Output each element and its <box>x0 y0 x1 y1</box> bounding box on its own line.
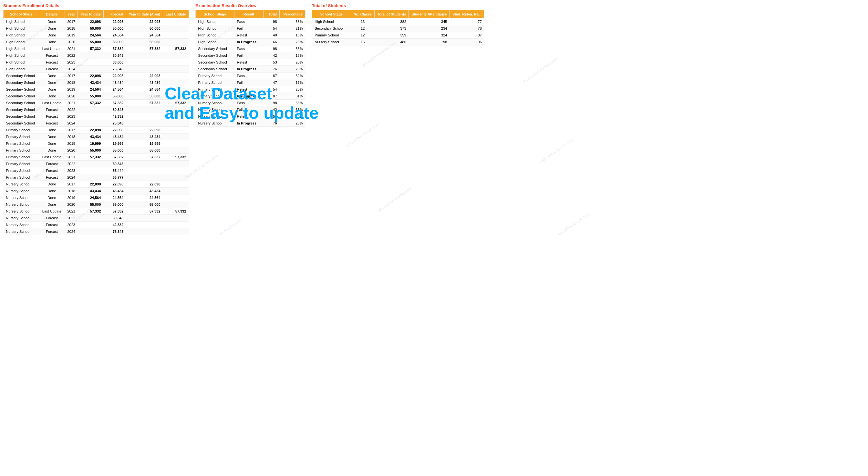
enrollment-cell: 43,434 <box>103 188 126 195</box>
exam-row: High SchoolRetest4016% <box>196 32 306 39</box>
enrollment-cell: 24,564 <box>103 32 126 39</box>
exam-cell: In Progress <box>235 39 264 45</box>
enrollment-row: Secondary SchoolDone201722,09822,09822,0… <box>4 73 189 79</box>
exam-cell: Pass <box>235 100 264 106</box>
exam-cell: Primary School <box>196 93 235 100</box>
totals-cell: 345 <box>409 19 450 25</box>
enrollment-row: Primary SchoolDone201919,99919,99919,999 <box>4 140 189 147</box>
enrollment-row: Secondary SchoolForcast202475,343 <box>4 120 189 127</box>
enrollment-cell <box>78 106 103 113</box>
exam-cell: 16% <box>280 106 306 113</box>
enrollment-cell: Forcast <box>39 222 65 228</box>
enrollment-cell <box>163 147 189 154</box>
enrollment-cell <box>163 174 189 181</box>
enrollment-cell: 2017 <box>65 127 78 134</box>
enrollment-cell: Done <box>39 195 65 201</box>
enrollment-cell: Last Update <box>39 154 65 161</box>
enrollment-cell: Nursery School <box>4 181 39 188</box>
enrollment-cell: Primary School <box>4 147 39 154</box>
enrollment-row: Nursery SchoolLast Update202157,33257,33… <box>4 208 189 215</box>
enrollment-row: Secondary SchoolDone201843,43443,43443,4… <box>4 79 189 86</box>
enrollment-cell: 2017 <box>65 19 78 25</box>
exam-cell: 16% <box>280 52 306 59</box>
enrollment-cell: 22,098 <box>103 127 126 134</box>
enrollment-cell: 2021 <box>65 154 78 161</box>
exam-cell: Nursery School <box>196 100 235 106</box>
enrollment-row: Primary SchoolDone201722,09822,09822,098 <box>4 127 189 134</box>
exam-row: Nursery SchoolRetest5420% <box>196 113 306 120</box>
totals-header-total-students: Total of Students <box>375 10 409 19</box>
enrollment-row: Secondary SchoolLast Update202157,33257,… <box>4 100 189 106</box>
enrollment-cell <box>126 174 163 181</box>
examination-title: Examination Results Overview <box>195 3 306 8</box>
enrollment-cell: 19,999 <box>126 140 163 147</box>
enrollment-cell: 75,343 <box>103 120 126 127</box>
enrollment-section: Students Enrollment Details School Stage… <box>3 3 189 235</box>
exam-cell: Pass <box>235 73 264 79</box>
enrollment-cell: 75,343 <box>103 66 126 73</box>
totals-cell: Secondary School <box>312 25 351 32</box>
enrollment-cell <box>78 120 103 127</box>
exam-row: High SchoolPass9838% <box>196 19 306 25</box>
enrollment-cell: 57,332 <box>103 100 126 106</box>
enrollment-cell <box>163 52 189 59</box>
enrollment-cell: 57,332 <box>103 45 126 52</box>
enrollment-cell: 57,332 <box>103 208 126 215</box>
enrollment-cell: Done <box>39 19 65 25</box>
exam-cell: 20% <box>280 113 306 120</box>
enrollment-cell <box>163 32 189 39</box>
totals-cell: 373 <box>375 25 409 32</box>
exam-cell: Secondary School <box>196 59 235 66</box>
enrollment-cell: 57,332 <box>126 208 163 215</box>
exam-cell: Nursery School <box>196 106 235 113</box>
exam-cell: Retest <box>235 59 264 66</box>
enrollment-cell <box>78 113 103 120</box>
enrollment-row: Primary SchoolForcast202355,444 <box>4 167 189 174</box>
enrollment-cell: Nursery School <box>4 201 39 208</box>
exam-cell: Fail <box>235 25 264 32</box>
exam-row: Primary SchoolIn Progress8731% <box>196 93 306 100</box>
enrollment-cell <box>163 188 189 195</box>
enrollment-cell: 22,098 <box>78 19 103 25</box>
exam-cell: 38% <box>280 19 306 25</box>
enrollment-row: High SchoolForcast202333,000 <box>4 59 189 66</box>
enrollment-cell: Secondary School <box>4 79 39 86</box>
enrollment-cell: 2021 <box>65 45 78 52</box>
enrollment-cell: Done <box>39 188 65 195</box>
exam-cell: Retest <box>235 32 264 39</box>
enrollment-cell <box>163 215 189 222</box>
enrollment-cell: 24,564 <box>103 86 126 93</box>
enrollment-cell: Forcast <box>39 120 65 127</box>
exam-cell: 76 <box>264 66 280 73</box>
enrollment-cell: High School <box>4 45 39 52</box>
enrollment-cell: 2023 <box>65 167 78 174</box>
totals-cell: 486 <box>375 39 409 45</box>
enrollment-row: High SchoolLast Update202157,33257,33257… <box>4 45 189 52</box>
enrollment-cell: 2022 <box>65 106 78 113</box>
enrollment-cell <box>163 140 189 147</box>
enrollment-cell: 2019 <box>65 140 78 147</box>
totals-header-attendance: Students Attendance <box>409 10 450 19</box>
enrollment-cell: 57,332 <box>78 45 103 52</box>
enrollment-cell: Done <box>39 201 65 208</box>
enrollment-cell <box>126 222 163 228</box>
enrollment-cell: 43,434 <box>103 134 126 140</box>
enrollment-cell: Primary School <box>4 161 39 167</box>
enrollment-cell: 22,098 <box>78 73 103 79</box>
enrollment-cell: 2023 <box>65 222 78 228</box>
totals-title: Total of Students <box>312 3 485 8</box>
enrollment-cell: Forcast <box>39 106 65 113</box>
totals-row: Primary School1235932487 <box>312 32 485 39</box>
enrollment-cell <box>78 167 103 174</box>
enrollment-cell <box>163 201 189 208</box>
enrollment-cell: 30,343 <box>103 215 126 222</box>
exam-cell: Nursery School <box>196 120 235 127</box>
enrollment-cell: High School <box>4 19 39 25</box>
enrollment-cell: Forcast <box>39 113 65 120</box>
enrollment-cell: 57,332 <box>103 154 126 161</box>
enrollment-cell: 22,098 <box>78 127 103 134</box>
enrollment-cell: Done <box>39 32 65 39</box>
enrollment-row: High SchoolForcast202475,343 <box>4 66 189 73</box>
enrollment-cell <box>163 134 189 140</box>
watermark-15: www.other-levels.com <box>554 211 591 235</box>
